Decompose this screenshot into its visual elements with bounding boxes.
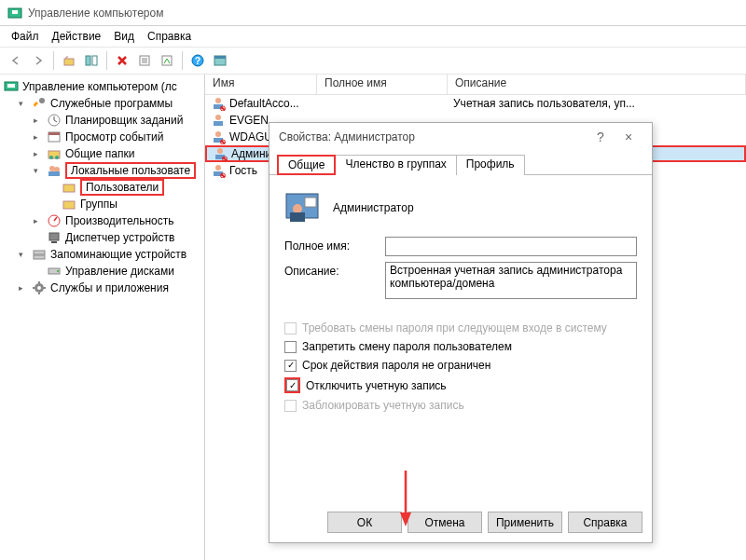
chevron-down-icon[interactable]: ▾ (19, 99, 28, 108)
svg-rect-2 (64, 59, 74, 65)
users-icon (47, 163, 62, 178)
toolbar: ? (0, 47, 746, 75)
tree-system-tools[interactable]: ▾ Служебные программы (15, 95, 204, 112)
checkbox-disable[interactable]: Отключить учетную запись (284, 377, 637, 393)
user-disabled-icon (211, 130, 226, 144)
tree-label: Управление компьютером (лс (22, 80, 177, 93)
user-disabled-icon (213, 146, 228, 161)
menu-bar: Файл Действие Вид Справка (0, 26, 746, 47)
label-description: Описание: (284, 262, 385, 278)
dialog-title: Свойства: Администратор (279, 130, 415, 143)
tree-groups-folder[interactable]: Группы (45, 196, 204, 212)
input-fullname[interactable] (385, 237, 637, 256)
help-button[interactable]: ? (187, 50, 208, 71)
clock-icon (47, 113, 62, 128)
list-row[interactable]: DefaultAcco... Учетная запись пользовате… (205, 95, 746, 112)
label-fullname: Полное имя: (284, 237, 385, 253)
cell-name: DefaultAcco... (229, 97, 299, 110)
cancel-button[interactable]: Отмена (408, 512, 482, 533)
svg-point-42 (215, 131, 221, 137)
tree-storage[interactable]: ▾Запоминающие устройств (15, 246, 204, 263)
user-icon (211, 113, 226, 128)
checkbox-icon (284, 400, 297, 412)
cell-desc: Учетная запись пользователя, уп... (448, 97, 746, 110)
checkbox-label: Заблокировать учетную запись (302, 399, 464, 412)
back-button[interactable] (6, 50, 26, 71)
separator (182, 51, 183, 70)
svg-rect-13 (214, 56, 226, 59)
svg-rect-19 (48, 132, 60, 135)
forward-button[interactable] (28, 50, 48, 71)
chevron-down-icon[interactable]: ▾ (34, 166, 43, 175)
properties-button[interactable] (134, 50, 155, 71)
list-header: Имя Полное имя Описание (205, 75, 746, 95)
tab-common[interactable]: Общие (277, 155, 336, 175)
textarea-description[interactable] (385, 262, 637, 299)
dialog-close-button[interactable]: × (615, 130, 642, 144)
export-button[interactable] (157, 50, 177, 71)
col-name[interactable]: Имя (205, 75, 317, 94)
ok-button[interactable]: ОК (327, 512, 402, 533)
menu-action[interactable]: Действие (52, 30, 102, 43)
svg-rect-1 (12, 10, 18, 14)
checkbox-icon[interactable] (284, 360, 297, 372)
tree-pane: Управление компьютером (лс ▾ Служебные п… (0, 75, 205, 560)
user-large-icon (284, 190, 320, 225)
dialog-help-button[interactable]: ? (587, 130, 615, 144)
dialog-title-bar[interactable]: Свойства: Администратор ? × (269, 123, 652, 151)
dialog-body: Администратор Полное имя: Описание: Треб… (269, 174, 652, 412)
checkbox-icon[interactable] (286, 379, 298, 391)
chevron-right-icon[interactable]: ▸ (34, 216, 43, 225)
checkbox-mustchange: Требовать смены пароля при следующем вхо… (284, 321, 637, 335)
tree-perf[interactable]: ▸Производительность (30, 212, 204, 229)
checkbox-label: Запретить смену пароля пользователем (302, 340, 512, 353)
tree-label: Пользователи (86, 181, 159, 194)
tab-profile[interactable]: Профиль (456, 155, 525, 175)
chevron-down-icon[interactable]: ▾ (19, 250, 28, 259)
help-button[interactable]: Справка (568, 512, 642, 533)
computer-icon (4, 79, 19, 94)
apply-button[interactable]: Применить (488, 512, 562, 533)
folder-share-icon (47, 146, 62, 161)
dialog-buttons: ОК Отмена Применить Справка (327, 512, 642, 533)
delete-button[interactable] (112, 50, 132, 71)
checkbox-label: Отключить учетную запись (306, 379, 447, 392)
title-bar: Управление компьютером (0, 0, 746, 26)
menu-view[interactable]: Вид (114, 30, 134, 43)
tree-label: Локальные пользовате (71, 164, 190, 177)
menu-file[interactable]: Файл (11, 30, 39, 43)
cell-name: Гость (229, 164, 257, 177)
show-hide-button[interactable] (81, 50, 102, 71)
checkbox-icon[interactable] (284, 341, 297, 353)
tree-label: Запоминающие устройств (50, 248, 186, 261)
tree-devmgr[interactable]: Диспетчер устройств (30, 229, 204, 246)
checkbox-icon (284, 322, 297, 335)
chevron-right-icon[interactable]: ▸ (34, 149, 43, 158)
svg-rect-53 (290, 212, 305, 222)
chevron-right-icon[interactable]: ▸ (34, 116, 43, 125)
tree-events[interactable]: ▸Просмотр событий (30, 129, 204, 145)
checkbox-cannotchange[interactable]: Запретить смену пароля пользователем (284, 340, 637, 353)
tab-groups[interactable]: Членство в группах (335, 155, 456, 175)
tree-users-folder[interactable]: Пользователи (45, 179, 204, 196)
tree-local-users[interactable]: ▾Локальные пользовате (30, 162, 204, 179)
view-button[interactable] (210, 50, 230, 71)
tree-label: Служебные программы (50, 97, 173, 110)
svg-rect-15 (7, 84, 15, 88)
tree-scheduler[interactable]: ▸Планировщик заданий (30, 112, 204, 129)
col-fullname[interactable]: Полное имя (317, 75, 448, 94)
tree-shared[interactable]: ▸Общие папки (30, 145, 204, 162)
chevron-right-icon[interactable]: ▸ (34, 132, 43, 142)
menu-help[interactable]: Справка (147, 30, 191, 43)
tree-services[interactable]: ▸Службы и приложения (15, 280, 204, 296)
separator (53, 51, 54, 70)
checkbox-neverexpire[interactable]: Срок действия пароля не ограничен (284, 359, 637, 372)
up-button[interactable] (59, 50, 79, 71)
svg-point-21 (49, 156, 53, 159)
tree-root-item[interactable]: Управление компьютером (лс (0, 78, 204, 95)
chevron-right-icon[interactable]: ▸ (19, 283, 28, 293)
window-title: Управление компьютером (28, 7, 163, 20)
svg-point-22 (55, 156, 59, 159)
tree-diskmgmt[interactable]: Управление дисками (30, 263, 204, 280)
col-desc[interactable]: Описание (448, 75, 746, 94)
